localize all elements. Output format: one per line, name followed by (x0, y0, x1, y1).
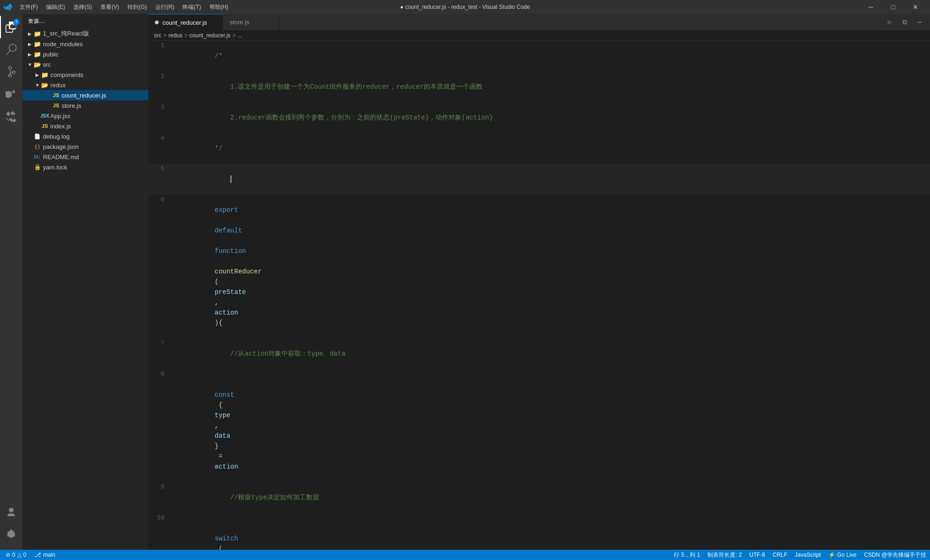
sidebar-item-store[interactable]: JS store.js (22, 100, 148, 111)
file-icon-index: JS (41, 122, 49, 130)
status-bar-right: 行 5，列 1 制表符长度: 2 UTF-8 CRLF JavaScript ⚡… (670, 550, 930, 560)
menu-terminal[interactable]: 终端(T) (179, 2, 204, 12)
sidebar-item-redux[interactable]: ▼ 📂 redux (22, 80, 148, 90)
label-yarn-lock: yarn.lock (43, 164, 67, 171)
line-content-4: */ (172, 133, 930, 164)
maximize-button[interactable]: □ (882, 0, 904, 14)
line-content-6: export default function countReducer ( p… (172, 195, 930, 338)
code-editor[interactable]: 1 /* 2 1.该文件是用于创建一个为Count组件服务的reducer，re… (148, 41, 930, 550)
breadcrumb-src[interactable]: src (154, 32, 161, 39)
status-live-share-label: Go Live (837, 552, 856, 558)
menu-help[interactable]: 帮助(H) (206, 2, 232, 12)
menu-select[interactable]: 选择(S) (70, 2, 96, 12)
window-controls: ─ □ ✕ (860, 0, 926, 14)
code-line-4: 4 */ (148, 133, 930, 164)
line-content-9: //根据type决定如何加工数据 (172, 482, 930, 513)
status-spaces[interactable]: 制表符长度: 2 (704, 550, 745, 560)
folder-icon-node-modules: 📁 (34, 40, 41, 48)
file-icon-store: JS (52, 102, 60, 109)
breadcrumb-ellipsis[interactable]: ... (238, 32, 242, 39)
status-warning-icon: △ (17, 552, 21, 558)
tab-modified-dot (155, 21, 159, 24)
line-content-8: const { type , data } = action (172, 369, 930, 482)
sidebar-item-yarn-lock[interactable]: 🔒 yarn.lock (22, 162, 148, 172)
activity-source-control[interactable] (0, 61, 22, 83)
line-num-9: 9 (148, 482, 172, 492)
sidebar-item-public[interactable]: ▶ 📁 public (22, 49, 148, 59)
activity-extensions[interactable] (0, 105, 22, 128)
sidebar-header: 资源... (22, 14, 148, 28)
folder-icon-components: 📁 (41, 71, 49, 78)
activity-bar-bottom (0, 501, 22, 550)
sidebar-item-debug-log[interactable]: 📄 debug.log (22, 131, 148, 141)
close-button[interactable]: ✕ (905, 0, 926, 14)
activity-search[interactable] (0, 38, 22, 61)
line-content-5 (172, 164, 930, 195)
minimize-button[interactable]: ─ (860, 0, 881, 14)
sidebar-item-node-modules[interactable]: ▶ 📁 node_modules (22, 39, 148, 49)
folder-icon-src: 📂 (34, 61, 41, 68)
tab-count-reducer[interactable]: count_reducer.js ✕ (148, 14, 223, 30)
status-branch-label: main (43, 552, 55, 558)
more-actions-button[interactable]: ⋯ (913, 16, 926, 29)
tree-spacer-count-reducer (45, 91, 52, 99)
sidebar-item-index[interactable]: JS index.js (22, 121, 148, 131)
activity-explorer[interactable]: 1 (0, 16, 22, 38)
file-icon-debug-log: 📄 (34, 133, 41, 140)
label-store: store.js (62, 102, 81, 109)
tab-store[interactable]: store.js ✕ (223, 14, 279, 30)
sidebar-item-package-json[interactable]: { } package.json (22, 141, 148, 152)
split-editor-button[interactable]: ⧉ (898, 16, 911, 29)
status-warnings-count: 0 (23, 552, 27, 558)
menu-run[interactable]: 运行(R) (152, 2, 178, 12)
file-tree: ▶ 📁 1_src_纯React版 ▶ 📁 node_modules ▶ 📁 p… (22, 28, 148, 550)
sidebar-item-readme[interactable]: M↓ README.md (22, 152, 148, 162)
activity-account[interactable] (0, 501, 22, 524)
status-encoding[interactable]: UTF-8 (746, 550, 769, 560)
tree-spacer-yarn-lock (26, 163, 34, 171)
label-index: index.js (50, 123, 71, 130)
window-title: ● count_reducer.js - redux_test - Visual… (400, 4, 530, 10)
sidebar-item-src[interactable]: ▼ 📂 src (22, 59, 148, 70)
sidebar-item-components[interactable]: ▶ 📁 components (22, 70, 148, 80)
run-button[interactable]: ▷ (883, 16, 896, 29)
label-public: public (43, 51, 59, 58)
sidebar-item-app[interactable]: JSX App.jsx (22, 111, 148, 121)
tab-count-reducer-label: count_reducer.js (162, 19, 207, 26)
sidebar-item-count-reducer[interactable]: JS count_reducer.js (22, 90, 148, 100)
status-position[interactable]: 行 5，列 1 (670, 550, 704, 560)
tree-arrow-src: ▼ (26, 61, 34, 68)
line-num-10: 10 (148, 513, 172, 523)
line-content-10: switch ( type ) { (172, 513, 930, 550)
code-line-5: 5 (148, 164, 930, 195)
label-src: src (43, 61, 51, 68)
breadcrumb-file[interactable]: count_reducer.js (189, 32, 231, 39)
status-right-info: CSDN @学先锋编手于技 (860, 550, 930, 560)
status-line-ending[interactable]: CRLF (769, 550, 791, 560)
tree-spacer-package-json (26, 143, 34, 150)
line-num-7: 7 (148, 338, 172, 349)
menu-bar: 文件(F) 编辑(E) 选择(S) 查看(V) 转到(G) 运行(R) 终端(T… (16, 2, 232, 12)
status-branch[interactable]: ⎇ main (31, 550, 59, 560)
activity-settings[interactable] (0, 524, 22, 546)
line-content-1: /* (172, 41, 930, 71)
vscode-icon (4, 3, 12, 11)
label-redux: redux (50, 82, 66, 89)
menu-file[interactable]: 文件(F) (16, 2, 42, 12)
code-line-8: 8 const { type , data } = action (148, 369, 930, 482)
status-errors-warnings[interactable]: ⊘ 0 △ 0 (2, 550, 30, 560)
sidebar-item-1src[interactable]: ▶ 📁 1_src_纯React版 (22, 28, 148, 39)
status-info-label: CSDN @学先锋编手于技 (864, 551, 926, 559)
tree-spacer-debug-log (26, 133, 34, 140)
menu-view[interactable]: 查看(V) (97, 2, 123, 12)
activity-run[interactable] (0, 83, 22, 105)
file-icon-readme: M↓ (34, 153, 41, 161)
menu-goto[interactable]: 转到(G) (124, 2, 150, 12)
status-language[interactable]: JavaScript (791, 550, 825, 560)
label-debug-log: debug.log (43, 133, 70, 140)
breadcrumb-redux[interactable]: redux (168, 32, 182, 39)
line-content-3: 2.reducer函数会接到两个参数，分别为：之前的状态(preState)，动… (172, 102, 930, 133)
menu-edit[interactable]: 编辑(E) (42, 2, 69, 12)
line-num-6: 6 (148, 195, 172, 205)
status-live-share[interactable]: ⚡ Go Live (825, 550, 860, 560)
